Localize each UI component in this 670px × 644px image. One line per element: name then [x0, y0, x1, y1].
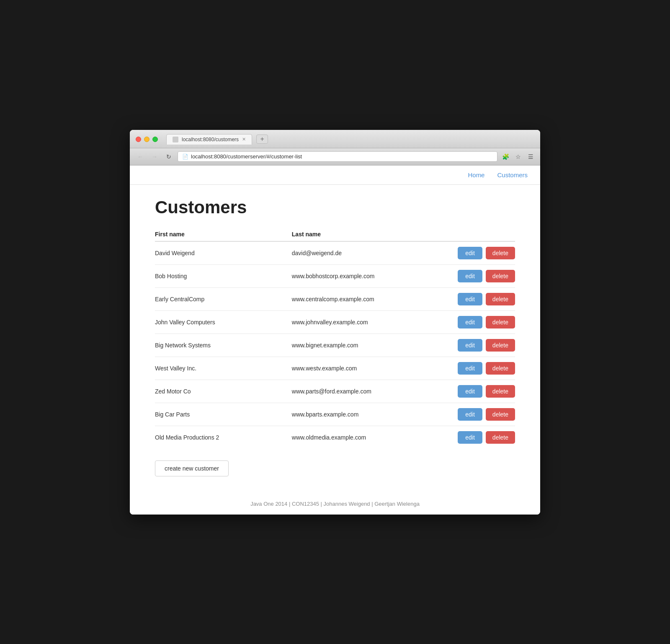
row-actions: edit delete: [443, 362, 515, 375]
delete-button[interactable]: delete: [486, 270, 515, 282]
customer-last-name: www.centralcomp.example.com: [292, 287, 443, 310]
customer-last-name: david@weigend.de: [292, 241, 443, 265]
page-title: Customers: [155, 197, 515, 217]
create-customer-button[interactable]: create new customer: [155, 460, 229, 476]
customer-last-name: www.bignet.example.com: [292, 334, 443, 357]
row-actions: edit delete: [443, 385, 515, 398]
customer-last-name: www.oldmedia.example.com: [292, 426, 443, 449]
edit-button[interactable]: edit: [458, 339, 482, 352]
tab-title: localhost:8080/customers: [182, 137, 239, 142]
page-icon: 📄: [182, 154, 188, 160]
customer-last-name: www.johnvalley.example.com: [292, 310, 443, 334]
row-actions: edit delete: [443, 408, 515, 421]
forward-icon: →: [152, 153, 157, 160]
table-row: Bob Hosting www.bobhostcorp.example.com …: [155, 264, 515, 287]
edit-button[interactable]: edit: [458, 293, 482, 305]
back-icon: ←: [137, 153, 143, 160]
table-row: West Valley Inc. www.westv.example.com e…: [155, 357, 515, 380]
edit-button[interactable]: edit: [458, 316, 482, 328]
edit-button[interactable]: edit: [458, 431, 482, 444]
table-row: David Weigend david@weigend.de edit dele…: [155, 241, 515, 265]
delete-button[interactable]: delete: [486, 316, 515, 328]
delete-button[interactable]: delete: [486, 247, 515, 259]
customer-last-name: www.bparts.example.com: [292, 403, 443, 426]
edit-button[interactable]: edit: [458, 408, 482, 421]
url-text: localhost:8080/customerserver/#/customer…: [191, 153, 302, 160]
customers-table: First name Last name David Weigend david…: [155, 228, 515, 449]
menu-icon[interactable]: ☰: [526, 152, 535, 161]
back-button[interactable]: ←: [135, 151, 146, 162]
table-row: Big Network Systems www.bignet.example.c…: [155, 334, 515, 357]
customer-first-name: Early CentralComp: [155, 287, 292, 310]
close-button[interactable]: [136, 137, 141, 142]
table-row: Early CentralComp www.centralcomp.exampl…: [155, 287, 515, 310]
browser-tab[interactable]: localhost:8080/customers ✕: [166, 134, 252, 145]
main-content: Customers First name Last name David Wei…: [130, 185, 540, 493]
row-actions: edit delete: [443, 339, 515, 352]
bookmark-icon[interactable]: ☆: [513, 152, 523, 161]
customer-first-name: David Weigend: [155, 241, 292, 265]
traffic-lights: [136, 137, 158, 142]
customer-last-name: www.bobhostcorp.example.com: [292, 264, 443, 287]
table-row: Big Car Parts www.bparts.example.com edi…: [155, 403, 515, 426]
table-row: Zed Motor Co www.parts@ford.example.com …: [155, 380, 515, 403]
tab-close-icon[interactable]: ✕: [242, 137, 246, 142]
customer-first-name: Zed Motor Co: [155, 380, 292, 403]
table-row: John Valley Computers www.johnvalley.exa…: [155, 310, 515, 334]
extensions-icon[interactable]: 🧩: [501, 152, 510, 161]
delete-button[interactable]: delete: [486, 408, 515, 421]
edit-button[interactable]: edit: [458, 362, 482, 375]
tab-favicon: [173, 137, 178, 142]
delete-button[interactable]: delete: [486, 362, 515, 375]
minimize-button[interactable]: [144, 137, 149, 142]
delete-button[interactable]: delete: [486, 385, 515, 398]
site-footer: Java One 2014 | CON12345 | Johannes Weig…: [130, 493, 540, 515]
customer-first-name: Big Car Parts: [155, 403, 292, 426]
delete-button[interactable]: delete: [486, 293, 515, 305]
customer-first-name: West Valley Inc.: [155, 357, 292, 380]
toolbar-actions: 🧩 ☆ ☰: [501, 152, 535, 161]
edit-button[interactable]: edit: [458, 385, 482, 398]
maximize-button[interactable]: [152, 137, 158, 142]
forward-button[interactable]: →: [149, 151, 160, 162]
row-actions: edit delete: [443, 431, 515, 444]
customer-last-name: www.westv.example.com: [292, 357, 443, 380]
nav-home[interactable]: Home: [468, 171, 484, 178]
table-row: Old Media Productions 2 www.oldmedia.exa…: [155, 426, 515, 449]
customer-first-name: Old Media Productions 2: [155, 426, 292, 449]
edit-button[interactable]: edit: [458, 270, 482, 282]
site-nav: Home Customers: [130, 166, 540, 185]
refresh-icon: ↻: [166, 153, 171, 160]
customer-first-name: John Valley Computers: [155, 310, 292, 334]
customer-last-name: www.parts@ford.example.com: [292, 380, 443, 403]
row-actions: edit delete: [443, 316, 515, 328]
refresh-button[interactable]: ↻: [163, 151, 174, 162]
browser-window: localhost:8080/customers ✕ + ← → ↻ 📄 loc…: [130, 130, 540, 515]
browser-toolbar: ← → ↻ 📄 localhost:8080/customerserver/#/…: [130, 148, 540, 166]
edit-button[interactable]: edit: [458, 247, 482, 259]
customer-first-name: Big Network Systems: [155, 334, 292, 357]
page-content: Home Customers Customers First name Last…: [130, 166, 540, 515]
row-actions: edit delete: [443, 293, 515, 305]
browser-titlebar: localhost:8080/customers ✕ +: [130, 130, 540, 148]
col-header-first: First name: [155, 228, 292, 241]
nav-customers[interactable]: Customers: [497, 171, 528, 178]
delete-button[interactable]: delete: [486, 431, 515, 444]
customer-first-name: Bob Hosting: [155, 264, 292, 287]
delete-button[interactable]: delete: [486, 339, 515, 352]
row-actions: edit delete: [443, 247, 515, 259]
address-bar[interactable]: 📄 localhost:8080/customerserver/#/custom…: [178, 151, 497, 162]
new-tab-button[interactable]: +: [256, 134, 268, 144]
col-header-last: Last name: [292, 228, 443, 241]
row-actions: edit delete: [443, 270, 515, 282]
